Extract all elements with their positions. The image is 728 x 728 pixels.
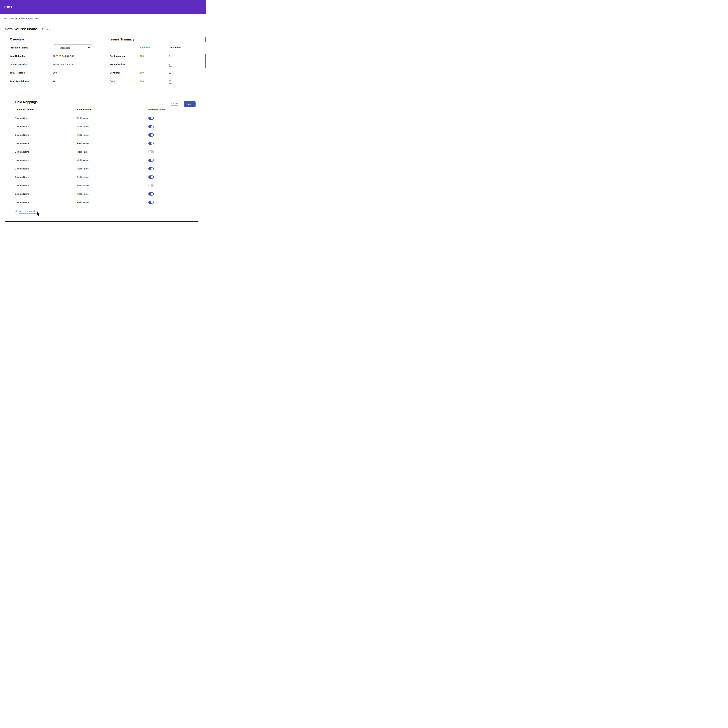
schema-field-value: Field Name <box>77 184 89 187</box>
schema-field-value: Field Name <box>77 176 89 178</box>
toggle-knob <box>151 201 153 203</box>
schema-field-value: Field Name <box>77 125 89 128</box>
chevron-down-icon <box>88 47 90 49</box>
conflicts-unresolved-count[interactable]: 20 <box>169 72 171 75</box>
include-exclude-toggle[interactable] <box>148 117 154 120</box>
uploaded-column-header: Uploaded Column <box>15 108 34 111</box>
total-records-value: 100 <box>53 72 57 74</box>
field-mapping-row: Column Name Field Name <box>5 148 198 156</box>
page-title: Data Source Name <box>5 27 37 31</box>
schema-field-value: Field Name <box>77 151 89 153</box>
toggle-knob <box>149 151 151 153</box>
toggle-knob <box>151 193 153 195</box>
gaps-unresolved: 20 <box>169 80 171 84</box>
uploaded-column-value: Column Name <box>15 167 29 170</box>
schema-field-value: Field Name <box>77 167 89 170</box>
last-acquisition-label: Last Acquisition: <box>10 63 28 66</box>
overview-card: Overview Ingestion Rating: 4. Reasonable… <box>5 34 98 87</box>
field-mapping-unresolved-count[interactable]: 0 <box>169 55 170 58</box>
include-exclude-toggle[interactable] <box>148 167 154 170</box>
app-header: Home <box>0 0 206 14</box>
normalisation-label: Normalisation: <box>110 63 125 66</box>
breadcrumb-parent-link[interactable]: ETL Summary <box>5 17 17 20</box>
toggle-knob <box>151 176 153 178</box>
include-exclude-toggle[interactable] <box>148 184 154 187</box>
field-mapping-unresolved: 0 <box>169 55 170 58</box>
field-mappings-card: Field Mappings Cancel Save Uploaded Colu… <box>5 96 198 222</box>
field-mapping-row: Column Name Field Name <box>5 173 198 181</box>
uploaded-column-value: Column Name <box>15 176 29 178</box>
include-exclude-toggle[interactable] <box>148 159 154 162</box>
rename-link[interactable]: Rename <box>42 28 50 31</box>
uploaded-column-value: Column Name <box>15 125 29 128</box>
save-button[interactable]: Save <box>184 101 196 107</box>
schema-field-value: Field Name <box>77 201 89 204</box>
vertical-scrollbar[interactable] <box>205 37 206 67</box>
total-records-label: Total Records: <box>10 72 26 74</box>
schema-field-value: Field Name <box>77 134 89 136</box>
gaps-label: Gaps: <box>110 80 116 83</box>
include-exclude-toggle[interactable] <box>148 176 154 179</box>
ingestion-rating-value: 4. Reasonable <box>55 45 70 51</box>
include-exclude-toggle[interactable] <box>148 201 154 204</box>
normalisation-resolved-count: 0 <box>140 63 141 66</box>
last-acquisition-value: 2022-01-14 23:52:30 <box>53 63 74 66</box>
normalisation-unresolved-count[interactable]: 10 <box>169 63 171 67</box>
schema-field-value: Field Name <box>77 142 89 145</box>
uploaded-column-value: Column Name <box>15 117 29 119</box>
field-mapping-row: Column Name Field Name <box>5 198 198 206</box>
ingestion-rating-select[interactable]: 4. Reasonable <box>53 44 92 51</box>
include-exclude-toggle[interactable] <box>148 192 154 196</box>
field-mapping-row: Column Name Field Name <box>5 165 198 173</box>
schema-field-value: Field Name <box>77 159 89 162</box>
include-exclude-toggle[interactable] <box>148 125 154 128</box>
scrollbar-slot <box>205 42 206 54</box>
ingestion-rating-label: Ingestion Rating: <box>10 46 28 49</box>
breadcrumb-separator: > <box>18 17 20 20</box>
add-new-mapping-label: Add New Mapping <box>19 210 37 213</box>
schema-field-value: Field Name <box>77 117 89 119</box>
include-exclude-toggle[interactable] <box>148 133 154 136</box>
field-mapping-row: Column Name Field Name <box>5 114 198 122</box>
field-mapping-row: Column Name Field Name <box>5 190 198 198</box>
field-mapping-row: Column Name Field Name <box>5 131 198 139</box>
issues-summary-card: Issues Summary Resolved Unresolved Field… <box>103 34 198 87</box>
include-exclude-header: Include/Exclude <box>148 108 165 111</box>
overview-title: Overview <box>10 38 24 41</box>
schema-field-value: Field Name <box>77 193 89 195</box>
toggle-knob <box>149 184 151 187</box>
last-uploaded-label: Last Uploaded: <box>10 55 26 57</box>
uploaded-column-value: Column Name <box>15 184 29 187</box>
gaps-resolved-count: 100 <box>140 80 144 83</box>
normalisation-unresolved: 10 <box>169 63 171 67</box>
conflicts-resolved-count: 100 <box>140 72 144 74</box>
uploaded-column-value: Column Name <box>15 142 29 145</box>
home-nav-link[interactable]: Home <box>5 0 12 14</box>
field-mapping-row: Column Name Field Name <box>5 181 198 190</box>
toggle-knob <box>151 167 153 170</box>
field-mapping-row: Column Name Field Name <box>5 122 198 131</box>
field-mappings-title: Field Mappings <box>15 100 38 104</box>
include-exclude-toggle[interactable] <box>148 142 154 145</box>
total-acquisitions-value: 20 <box>53 80 55 83</box>
uploaded-column-value: Column Name <box>15 193 29 195</box>
schema-field-header: Schema Field <box>77 108 92 111</box>
conflicts-unresolved: 20 <box>169 72 171 75</box>
uploaded-column-value: Column Name <box>15 159 29 162</box>
cancel-button[interactable]: Cancel <box>171 102 178 106</box>
field-mapping-rows: Column Name Field Name Column Name Field… <box>5 114 198 206</box>
toggle-knob <box>151 117 153 119</box>
gaps-unresolved-count[interactable]: 20 <box>169 80 171 84</box>
breadcrumb: ETL Summary > Data Source Name <box>5 17 39 20</box>
toggle-knob <box>151 142 153 145</box>
field-mapping-resolved-count: 100 <box>140 55 144 57</box>
include-exclude-toggle[interactable] <box>148 150 154 153</box>
resolved-column-header: Resolved <box>140 46 150 49</box>
last-uploaded-value: 2022-01-14 23:52:30 <box>53 55 74 57</box>
toggle-knob <box>151 159 153 162</box>
unresolved-column-header: Unresolved <box>169 46 181 49</box>
field-mapping-label: Field Mapping: <box>110 55 125 57</box>
toggle-knob <box>151 125 153 128</box>
uploaded-column-value: Column Name <box>15 201 29 204</box>
conflicts-label: Conflicts: <box>110 72 120 74</box>
